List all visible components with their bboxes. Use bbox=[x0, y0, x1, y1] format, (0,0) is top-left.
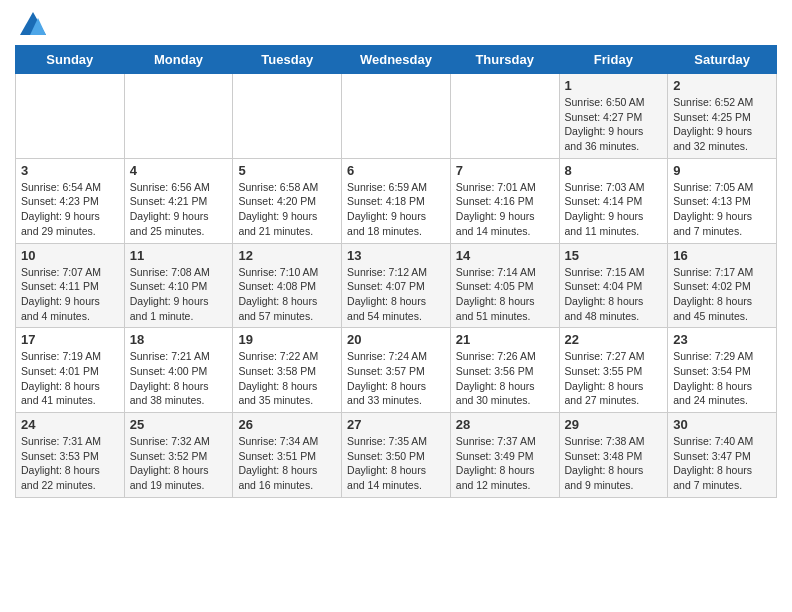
day-info: Sunrise: 7:14 AMSunset: 4:05 PMDaylight:… bbox=[456, 265, 554, 324]
calendar-header-row: SundayMondayTuesdayWednesdayThursdayFrid… bbox=[16, 46, 777, 74]
day-info: Sunrise: 7:29 AMSunset: 3:54 PMDaylight:… bbox=[673, 349, 771, 408]
day-number: 16 bbox=[673, 248, 771, 263]
day-info: Sunrise: 6:58 AMSunset: 4:20 PMDaylight:… bbox=[238, 180, 336, 239]
calendar-cell: 26Sunrise: 7:34 AMSunset: 3:51 PMDayligh… bbox=[233, 413, 342, 498]
day-number: 5 bbox=[238, 163, 336, 178]
header-row bbox=[15, 10, 777, 40]
day-number: 6 bbox=[347, 163, 445, 178]
day-info: Sunrise: 7:22 AMSunset: 3:58 PMDaylight:… bbox=[238, 349, 336, 408]
day-number: 2 bbox=[673, 78, 771, 93]
logo bbox=[15, 10, 48, 40]
calendar-cell: 1Sunrise: 6:50 AMSunset: 4:27 PMDaylight… bbox=[559, 74, 668, 159]
calendar-cell: 25Sunrise: 7:32 AMSunset: 3:52 PMDayligh… bbox=[124, 413, 233, 498]
day-info: Sunrise: 7:27 AMSunset: 3:55 PMDaylight:… bbox=[565, 349, 663, 408]
calendar-cell: 3Sunrise: 6:54 AMSunset: 4:23 PMDaylight… bbox=[16, 158, 125, 243]
calendar-week-1: 3Sunrise: 6:54 AMSunset: 4:23 PMDaylight… bbox=[16, 158, 777, 243]
day-info: Sunrise: 7:12 AMSunset: 4:07 PMDaylight:… bbox=[347, 265, 445, 324]
day-header-tuesday: Tuesday bbox=[233, 46, 342, 74]
day-info: Sunrise: 7:32 AMSunset: 3:52 PMDaylight:… bbox=[130, 434, 228, 493]
calendar-cell: 21Sunrise: 7:26 AMSunset: 3:56 PMDayligh… bbox=[450, 328, 559, 413]
calendar-cell: 8Sunrise: 7:03 AMSunset: 4:14 PMDaylight… bbox=[559, 158, 668, 243]
calendar-cell: 28Sunrise: 7:37 AMSunset: 3:49 PMDayligh… bbox=[450, 413, 559, 498]
day-info: Sunrise: 7:03 AMSunset: 4:14 PMDaylight:… bbox=[565, 180, 663, 239]
calendar-cell: 12Sunrise: 7:10 AMSunset: 4:08 PMDayligh… bbox=[233, 243, 342, 328]
calendar-cell: 24Sunrise: 7:31 AMSunset: 3:53 PMDayligh… bbox=[16, 413, 125, 498]
day-header-saturday: Saturday bbox=[668, 46, 777, 74]
day-info: Sunrise: 7:08 AMSunset: 4:10 PMDaylight:… bbox=[130, 265, 228, 324]
day-number: 25 bbox=[130, 417, 228, 432]
day-info: Sunrise: 6:52 AMSunset: 4:25 PMDaylight:… bbox=[673, 95, 771, 154]
day-info: Sunrise: 7:34 AMSunset: 3:51 PMDaylight:… bbox=[238, 434, 336, 493]
calendar-cell: 30Sunrise: 7:40 AMSunset: 3:47 PMDayligh… bbox=[668, 413, 777, 498]
day-info: Sunrise: 7:15 AMSunset: 4:04 PMDaylight:… bbox=[565, 265, 663, 324]
day-info: Sunrise: 7:38 AMSunset: 3:48 PMDaylight:… bbox=[565, 434, 663, 493]
day-number: 15 bbox=[565, 248, 663, 263]
day-header-wednesday: Wednesday bbox=[342, 46, 451, 74]
day-number: 26 bbox=[238, 417, 336, 432]
calendar-cell: 20Sunrise: 7:24 AMSunset: 3:57 PMDayligh… bbox=[342, 328, 451, 413]
day-info: Sunrise: 7:19 AMSunset: 4:01 PMDaylight:… bbox=[21, 349, 119, 408]
day-number: 22 bbox=[565, 332, 663, 347]
calendar-week-0: 1Sunrise: 6:50 AMSunset: 4:27 PMDaylight… bbox=[16, 74, 777, 159]
day-number: 13 bbox=[347, 248, 445, 263]
logo-text bbox=[15, 10, 48, 40]
calendar-cell: 29Sunrise: 7:38 AMSunset: 3:48 PMDayligh… bbox=[559, 413, 668, 498]
calendar-table: SundayMondayTuesdayWednesdayThursdayFrid… bbox=[15, 45, 777, 498]
calendar-week-3: 17Sunrise: 7:19 AMSunset: 4:01 PMDayligh… bbox=[16, 328, 777, 413]
calendar-cell bbox=[16, 74, 125, 159]
day-number: 3 bbox=[21, 163, 119, 178]
day-info: Sunrise: 7:07 AMSunset: 4:11 PMDaylight:… bbox=[21, 265, 119, 324]
day-info: Sunrise: 7:17 AMSunset: 4:02 PMDaylight:… bbox=[673, 265, 771, 324]
calendar-cell: 23Sunrise: 7:29 AMSunset: 3:54 PMDayligh… bbox=[668, 328, 777, 413]
day-header-thursday: Thursday bbox=[450, 46, 559, 74]
day-info: Sunrise: 7:10 AMSunset: 4:08 PMDaylight:… bbox=[238, 265, 336, 324]
day-info: Sunrise: 7:05 AMSunset: 4:13 PMDaylight:… bbox=[673, 180, 771, 239]
day-info: Sunrise: 7:40 AMSunset: 3:47 PMDaylight:… bbox=[673, 434, 771, 493]
day-number: 18 bbox=[130, 332, 228, 347]
main-container: SundayMondayTuesdayWednesdayThursdayFrid… bbox=[0, 0, 792, 508]
day-info: Sunrise: 7:01 AMSunset: 4:16 PMDaylight:… bbox=[456, 180, 554, 239]
day-info: Sunrise: 7:31 AMSunset: 3:53 PMDaylight:… bbox=[21, 434, 119, 493]
day-number: 21 bbox=[456, 332, 554, 347]
day-info: Sunrise: 7:24 AMSunset: 3:57 PMDaylight:… bbox=[347, 349, 445, 408]
day-number: 23 bbox=[673, 332, 771, 347]
calendar-cell: 19Sunrise: 7:22 AMSunset: 3:58 PMDayligh… bbox=[233, 328, 342, 413]
day-number: 19 bbox=[238, 332, 336, 347]
logo-general bbox=[15, 10, 48, 40]
day-info: Sunrise: 6:50 AMSunset: 4:27 PMDaylight:… bbox=[565, 95, 663, 154]
day-header-monday: Monday bbox=[124, 46, 233, 74]
calendar-week-2: 10Sunrise: 7:07 AMSunset: 4:11 PMDayligh… bbox=[16, 243, 777, 328]
day-header-sunday: Sunday bbox=[16, 46, 125, 74]
calendar-cell bbox=[124, 74, 233, 159]
day-number: 30 bbox=[673, 417, 771, 432]
calendar-cell: 5Sunrise: 6:58 AMSunset: 4:20 PMDaylight… bbox=[233, 158, 342, 243]
day-info: Sunrise: 7:21 AMSunset: 4:00 PMDaylight:… bbox=[130, 349, 228, 408]
day-number: 27 bbox=[347, 417, 445, 432]
day-info: Sunrise: 7:35 AMSunset: 3:50 PMDaylight:… bbox=[347, 434, 445, 493]
calendar-week-4: 24Sunrise: 7:31 AMSunset: 3:53 PMDayligh… bbox=[16, 413, 777, 498]
calendar-cell bbox=[450, 74, 559, 159]
logo-icon bbox=[18, 10, 48, 40]
day-number: 1 bbox=[565, 78, 663, 93]
day-number: 11 bbox=[130, 248, 228, 263]
calendar-cell: 18Sunrise: 7:21 AMSunset: 4:00 PMDayligh… bbox=[124, 328, 233, 413]
calendar-cell: 10Sunrise: 7:07 AMSunset: 4:11 PMDayligh… bbox=[16, 243, 125, 328]
calendar-cell: 13Sunrise: 7:12 AMSunset: 4:07 PMDayligh… bbox=[342, 243, 451, 328]
calendar-cell: 9Sunrise: 7:05 AMSunset: 4:13 PMDaylight… bbox=[668, 158, 777, 243]
day-info: Sunrise: 6:59 AMSunset: 4:18 PMDaylight:… bbox=[347, 180, 445, 239]
calendar-cell: 17Sunrise: 7:19 AMSunset: 4:01 PMDayligh… bbox=[16, 328, 125, 413]
calendar-cell: 14Sunrise: 7:14 AMSunset: 4:05 PMDayligh… bbox=[450, 243, 559, 328]
day-header-friday: Friday bbox=[559, 46, 668, 74]
day-info: Sunrise: 7:37 AMSunset: 3:49 PMDaylight:… bbox=[456, 434, 554, 493]
calendar-cell: 4Sunrise: 6:56 AMSunset: 4:21 PMDaylight… bbox=[124, 158, 233, 243]
calendar-cell: 2Sunrise: 6:52 AMSunset: 4:25 PMDaylight… bbox=[668, 74, 777, 159]
day-number: 29 bbox=[565, 417, 663, 432]
day-info: Sunrise: 6:56 AMSunset: 4:21 PMDaylight:… bbox=[130, 180, 228, 239]
day-number: 20 bbox=[347, 332, 445, 347]
day-number: 10 bbox=[21, 248, 119, 263]
calendar-cell: 22Sunrise: 7:27 AMSunset: 3:55 PMDayligh… bbox=[559, 328, 668, 413]
day-info: Sunrise: 7:26 AMSunset: 3:56 PMDaylight:… bbox=[456, 349, 554, 408]
day-number: 17 bbox=[21, 332, 119, 347]
day-number: 9 bbox=[673, 163, 771, 178]
calendar-cell: 7Sunrise: 7:01 AMSunset: 4:16 PMDaylight… bbox=[450, 158, 559, 243]
